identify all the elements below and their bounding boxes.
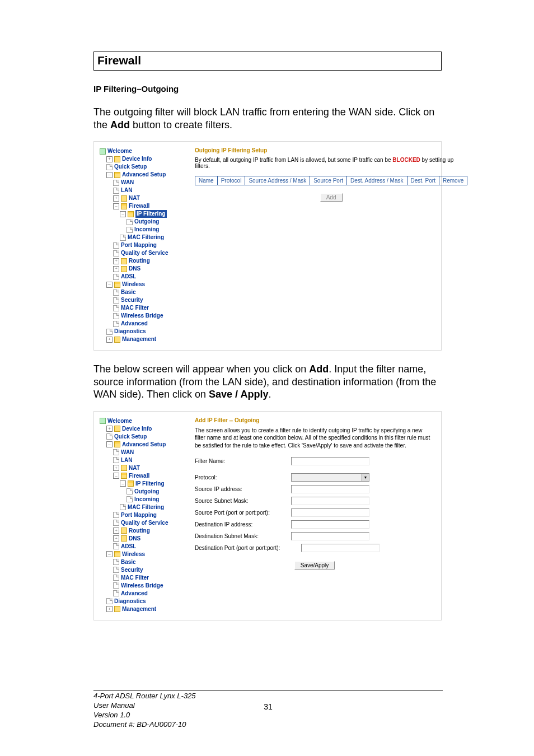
tree-ip-filtering[interactable]: –IP Filtering — [100, 210, 185, 218]
paragraph-intro: The outgoing filter will block LAN traff… — [93, 106, 442, 131]
lbl2-lan: LAN — [121, 456, 133, 464]
input-dst-mask[interactable] — [291, 532, 369, 540]
tree2-routing[interactable]: +Routing — [100, 527, 185, 535]
input-dst-ip[interactable] — [291, 520, 369, 529]
input-src-ip[interactable] — [291, 485, 369, 493]
input-filter-name[interactable] — [291, 457, 369, 465]
collapse-icon[interactable]: – — [120, 480, 126, 487]
tree2-qos[interactable]: Quality of Service — [100, 519, 185, 527]
page-footer: 4-Port ADSL Router Lynx L-325 User Manua… — [93, 690, 443, 730]
select-protocol[interactable]: ▼ — [291, 473, 369, 482]
col-src-port: Source Port — [310, 176, 347, 185]
filter-table-header-row: Name Protocol Source Address / Mask Sour… — [195, 176, 467, 185]
expand-icon[interactable]: + — [113, 258, 119, 264]
tree-port-mapping[interactable]: Port Mapping — [100, 241, 185, 249]
tree2-ip-filtering[interactable]: –IP Filtering — [100, 480, 185, 488]
tree-qos[interactable]: Quality of Service — [100, 249, 185, 257]
page-icon — [113, 321, 119, 327]
tree2-advanced-wireless[interactable]: Advanced — [100, 590, 185, 598]
tree-incoming[interactable]: Incoming — [100, 226, 185, 234]
tree2-quick-setup[interactable]: Quick Setup — [100, 433, 185, 441]
tree-basic[interactable]: Basic — [100, 288, 185, 296]
page-icon — [127, 496, 133, 502]
tree2-mac-filter[interactable]: MAC Filter — [100, 574, 185, 582]
tree2-nat[interactable]: +NAT — [100, 464, 185, 472]
tree-wan[interactable]: WAN — [100, 179, 185, 186]
tree-lan[interactable]: LAN — [100, 186, 185, 194]
tree-dns[interactable]: +DNS — [100, 265, 185, 273]
tree2-incoming[interactable]: Incoming — [100, 496, 185, 503]
tree-adsl[interactable]: ADSL — [100, 273, 185, 281]
lbl2-basic: Basic — [121, 558, 136, 566]
tree2-welcome[interactable]: Welcome — [100, 417, 185, 425]
input-src-port[interactable] — [291, 508, 369, 517]
desc-a: By default, all outgoing IP traffic from… — [195, 157, 392, 163]
collapse-icon[interactable]: – — [113, 473, 119, 479]
expand-icon[interactable]: + — [113, 528, 119, 534]
tree2-security[interactable]: Security — [100, 566, 185, 574]
collapse-icon[interactable]: – — [106, 172, 113, 178]
tree2-basic[interactable]: Basic — [100, 558, 185, 566]
tree-diagnostics[interactable]: Diagnostics — [100, 328, 185, 335]
label-dst-ip: Destination IP address: — [195, 521, 291, 528]
tree-welcome[interactable]: Welcome — [100, 147, 185, 155]
page-icon — [113, 188, 119, 194]
tree-mac-filter[interactable]: MAC Filter — [100, 304, 185, 312]
page-icon — [120, 235, 126, 241]
collapse-icon[interactable]: – — [106, 282, 113, 288]
save-apply-button[interactable]: Save/Apply — [294, 561, 335, 570]
tree-management[interactable]: +Management — [100, 335, 185, 343]
tree2-dns[interactable]: +DNS — [100, 535, 185, 543]
tree2-diagnostics[interactable]: Diagnostics — [100, 598, 185, 605]
tree-wireless-bridge[interactable]: Wireless Bridge — [100, 312, 185, 320]
tree2-mac-filtering[interactable]: MAC Filtering — [100, 503, 185, 511]
tree2-device-info[interactable]: +Device Info — [100, 425, 185, 433]
tree2-advanced-setup[interactable]: –Advanced Setup — [100, 441, 185, 449]
expand-icon[interactable]: + — [106, 156, 113, 162]
expand-icon[interactable]: + — [113, 266, 119, 272]
tree-security[interactable]: Security — [100, 296, 185, 304]
expand-icon[interactable]: + — [106, 426, 113, 432]
collapse-icon[interactable]: – — [120, 211, 126, 217]
tree2-wireless[interactable]: –Wireless — [100, 550, 185, 558]
tree2-lan[interactable]: LAN — [100, 456, 185, 464]
tree2-outgoing[interactable]: Outgoing — [100, 488, 185, 496]
folder-icon — [121, 258, 127, 264]
tree-nat[interactable]: +NAT — [100, 194, 185, 202]
folder-icon — [114, 606, 120, 612]
add-button[interactable]: Add — [320, 193, 343, 202]
tree-mac-filtering[interactable]: MAC Filtering — [100, 234, 185, 241]
folder-open-icon — [121, 203, 127, 209]
para1-b-add: Add — [110, 119, 130, 130]
expand-icon[interactable]: + — [113, 195, 119, 202]
input-src-mask[interactable] — [291, 497, 369, 505]
tree-quick-setup[interactable]: Quick Setup — [100, 163, 185, 171]
tree-advanced-setup[interactable]: –Advanced Setup — [100, 171, 185, 179]
tree-firewall[interactable]: –Firewall — [100, 202, 185, 210]
lbl2-mac-filtering: MAC Filtering — [128, 503, 164, 511]
expand-icon[interactable]: + — [106, 606, 113, 612]
collapse-icon[interactable]: – — [113, 203, 119, 209]
label-src-port: Source Port (port or port:port): — [195, 510, 291, 516]
tree-outgoing[interactable]: Outgoing — [100, 218, 185, 226]
tree2-port-mapping[interactable]: Port Mapping — [100, 511, 185, 519]
expand-icon[interactable]: + — [113, 465, 119, 471]
tree2-management[interactable]: +Management — [100, 605, 185, 613]
tree-device-info[interactable]: +Device Info — [100, 155, 185, 163]
tree2-adsl[interactable]: ADSL — [100, 543, 185, 550]
section-title: Firewall — [97, 54, 438, 67]
tree2-wan[interactable]: WAN — [100, 449, 185, 456]
tree2-wireless-bridge[interactable]: Wireless Bridge — [100, 582, 185, 590]
tree2-firewall[interactable]: –Firewall — [100, 472, 185, 480]
collapse-icon[interactable]: – — [106, 551, 113, 557]
tree-wireless[interactable]: –Wireless — [100, 281, 185, 288]
expand-icon[interactable]: + — [113, 535, 119, 542]
tree-advanced-wireless[interactable]: Advanced — [100, 320, 185, 328]
input-dst-port[interactable] — [301, 544, 380, 552]
collapse-icon[interactable]: – — [106, 441, 113, 447]
lbl-security: Security — [121, 296, 143, 304]
expand-icon[interactable]: + — [106, 337, 113, 343]
tree-routing[interactable]: +Routing — [100, 257, 185, 265]
lbl2-firewall: Firewall — [129, 472, 149, 480]
folder-icon — [114, 156, 120, 162]
